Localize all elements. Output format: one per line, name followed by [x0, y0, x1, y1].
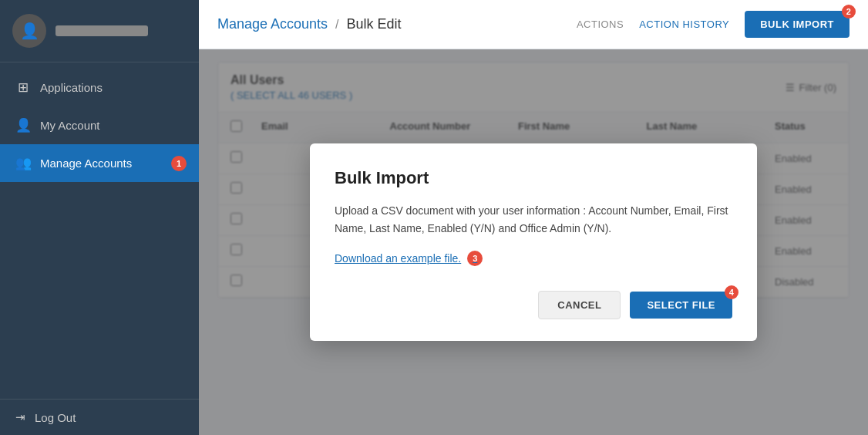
bulk-import-label: BULK IMPORT: [760, 19, 834, 30]
sidebar-badge: 1: [171, 156, 187, 171]
manage-accounts-icon: 👥: [15, 155, 31, 171]
main-area: Manage Accounts / Bulk Edit ACTIONS ACTI…: [199, 0, 868, 435]
my-account-icon: 👤: [15, 117, 31, 133]
logout-icon: ⇥: [15, 410, 25, 424]
avatar-icon: 👤: [20, 22, 39, 40]
header-actions: ACTIONS ACTION HISTORY BULK IMPORT 2: [577, 11, 849, 38]
sidebar-item-label: Applications: [40, 81, 103, 94]
sidebar-item-label: Manage Accounts: [40, 157, 132, 170]
sidebar-item-manage-accounts[interactable]: 👥 Manage Accounts 1: [0, 144, 199, 182]
download-example-link[interactable]: Download an example file. 3: [335, 251, 483, 266]
avatar: 👤: [12, 14, 46, 48]
sidebar-item-applications[interactable]: ⊞ Applications: [0, 69, 199, 106]
download-link-text: Download an example file.: [335, 252, 461, 265]
action-history-link[interactable]: ACTION HISTORY: [639, 19, 729, 30]
breadcrumb: Manage Accounts / Bulk Edit: [217, 16, 402, 32]
sidebar-item-my-account[interactable]: 👤 My Account: [0, 106, 199, 144]
bulk-import-badge: 2: [842, 5, 856, 19]
bulk-import-modal: Bulk Import Upload a CSV document with y…: [310, 143, 757, 341]
sidebar-item-label: My Account: [40, 119, 100, 132]
sidebar: 👤 ⊞ Applications 👤 My Account 👥 Manage A…: [0, 0, 199, 435]
sidebar-nav: ⊞ Applications 👤 My Account 👥 Manage Acc…: [0, 62, 199, 399]
breadcrumb-current-page: Bulk Edit: [347, 16, 402, 32]
select-file-button[interactable]: SELECT FILE 4: [630, 292, 732, 319]
logout-label: Log Out: [35, 411, 76, 424]
select-file-badge: 4: [725, 285, 738, 299]
download-badge: 3: [467, 251, 483, 266]
applications-icon: ⊞: [15, 79, 31, 96]
actions-link[interactable]: ACTIONS: [577, 19, 624, 30]
modal-title: Bulk Import: [335, 168, 732, 188]
logout-item[interactable]: ⇥ Log Out: [0, 399, 199, 435]
modal-overlay: Bulk Import Upload a CSV document with y…: [199, 49, 868, 435]
avatar-name-placeholder: [56, 25, 148, 36]
modal-body: Upload a CSV document with your user inf…: [335, 202, 732, 237]
top-header: Manage Accounts / Bulk Edit ACTIONS ACTI…: [199, 0, 868, 49]
breadcrumb-separator: /: [335, 18, 338, 32]
breadcrumb-manage-accounts[interactable]: Manage Accounts: [217, 16, 328, 32]
cancel-button[interactable]: CANCEL: [538, 291, 621, 319]
bulk-import-button[interactable]: BULK IMPORT 2: [745, 11, 849, 38]
modal-actions: CANCEL SELECT FILE 4: [335, 291, 732, 319]
select-file-label: SELECT FILE: [647, 299, 715, 311]
sidebar-avatar-section: 👤: [0, 0, 199, 62]
content-area: All Users ( SELECT ALL 46 USERS ) ☰ Filt…: [199, 49, 868, 435]
